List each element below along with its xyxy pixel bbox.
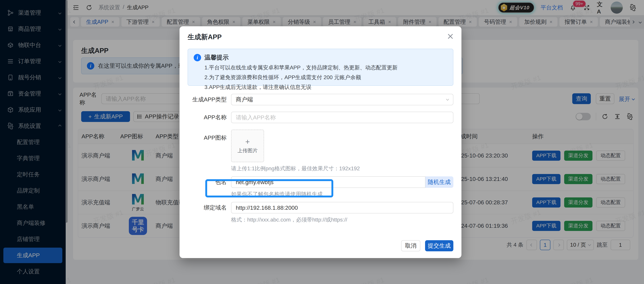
package-name-input[interactable] [231,176,426,188]
bind-domain-label: 绑定域名 [188,204,231,212]
alert-line: 2.为了避免资源浪费和良性循环，APP生成需支付 200 元账户余额 [204,74,447,81]
modal-close-icon[interactable]: × [446,31,454,41]
modal-info-alert: i 温馨提示 1.平台可以在线生成专属安卓和苹果APP，支持品牌定制、热更新、动… [188,49,453,86]
modal-title: 生成新APP [188,32,453,42]
package-hint: 如果你不了解包名构造请使用随机生成 [231,190,453,198]
alert-line: 3.APP生成后无法退款，请注意确认信息无误 [204,84,447,91]
upload-image-dropzone[interactable]: + 上传图片 [231,130,264,162]
random-generate-button[interactable]: 随机生成 [426,176,453,188]
app-icon-label: APP图标 [188,134,231,142]
app-name-input[interactable] [231,112,453,123]
domain-hint: 格式：http://xxx.abc.com，必须带http://或https:/… [231,216,453,224]
app-name-label: APP名称 [188,114,231,121]
submit-generate-button[interactable]: 提交生成 [425,240,453,251]
info-icon: i [194,54,201,61]
generate-app-modal: 生成新APP × i 温馨提示 1.平台可以在线生成专属安卓和苹果APP，支持品… [180,26,462,258]
app-type-select[interactable]: 商户端 [231,94,453,105]
alert-line: 1.平台可以在线生成专属安卓和苹果APP，支持品牌定制、热更新、动态配置更新 [204,64,447,72]
bind-domain-input[interactable] [231,202,453,214]
plus-icon: + [245,138,250,146]
icon-hint: 请上传1:1比例png格式图标，最佳效果尺寸：192x192 [231,165,453,172]
cancel-button[interactable]: 取消 [401,240,420,251]
app-type-label: 生成APP类型 [188,96,231,104]
package-name-label: 包名 [188,178,231,186]
